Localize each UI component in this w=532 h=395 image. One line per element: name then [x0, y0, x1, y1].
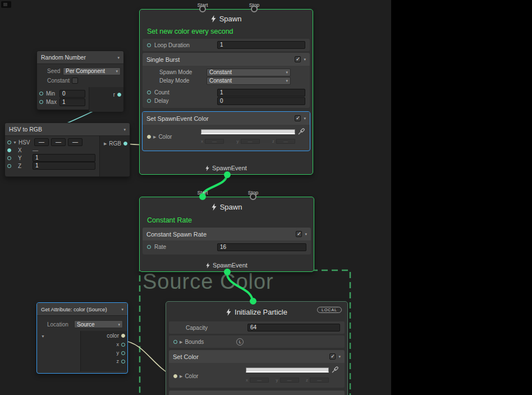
expander-icon[interactable]: ▶ — [180, 374, 182, 378]
bounds-row: ▶ Bounds L — [169, 335, 345, 348]
max-field[interactable]: 1 — [59, 98, 85, 106]
color-output-port[interactable] — [121, 334, 125, 338]
rate-field[interactable]: 16 — [217, 243, 306, 251]
node-get-attribute-color[interactable]: Get Attribute: color (Source) ▾ Location… — [36, 302, 128, 374]
constant-checkbox[interactable] — [72, 78, 78, 84]
block-enabled-checkbox[interactable]: ✓ — [296, 231, 302, 237]
y-field[interactable]: 1 — [33, 154, 95, 162]
context-title: Spawn — [220, 203, 242, 211]
rate-port[interactable] — [147, 245, 151, 249]
node-random-number[interactable]: Random Number ▾ Seed Per Component ▾ Con… — [36, 51, 124, 110]
z-output-label: z — [117, 358, 120, 364]
hsv-z-minifield[interactable]: — — [68, 138, 82, 146]
stop-flow-port[interactable] — [251, 6, 258, 12]
node-header[interactable]: HSV to RGB ▾ — [5, 123, 130, 136]
node-header[interactable]: Random Number ▾ — [37, 51, 123, 64]
eyedropper-icon[interactable] — [298, 128, 305, 135]
bounds-port[interactable] — [173, 340, 177, 344]
single-burst-block[interactable]: Single Burst ✓ ▾ Spawn Mode Constant ▾ D… — [143, 53, 310, 108]
seed-dropdown[interactable]: Per Component ▾ — [63, 67, 121, 75]
loop-duration-field[interactable]: 1 — [217, 41, 305, 49]
node-spawn-2[interactable]: Start Stop Spawn Constant Rate Constant … — [139, 197, 314, 272]
z-output-port[interactable] — [121, 360, 125, 364]
location-dropdown[interactable]: Source ▾ — [74, 320, 123, 328]
constant-spawn-rate-block[interactable]: Constant Spawn Rate ✓ ▾ Rate 16 — [143, 228, 311, 255]
delay-mode-value: Constant — [209, 78, 232, 84]
expander-icon[interactable]: ▶ — [104, 142, 107, 146]
hsv-y-minifield[interactable]: — — [51, 138, 66, 146]
space-badge[interactable]: LOCAL — [317, 307, 342, 313]
eyedropper-icon[interactable] — [332, 366, 338, 373]
context-title: Initialize Particle — [235, 308, 287, 316]
node-hsv-to-rgb[interactable]: HSV to RGB ▾ ▼ HSV — — — X — — [4, 122, 130, 177]
expander-icon[interactable]: ▼ — [41, 334, 45, 338]
expander-icon[interactable]: ▶ — [180, 340, 182, 344]
chevron-down-icon[interactable]: ▾ — [121, 307, 123, 311]
r-output-port[interactable] — [117, 93, 121, 97]
chevron-down-icon[interactable]: ▾ — [123, 128, 126, 131]
color-port[interactable] — [147, 135, 151, 139]
z-port[interactable] — [7, 164, 11, 168]
seed-label: Seed — [47, 68, 63, 74]
block-enabled-checkbox[interactable]: ✓ — [295, 56, 301, 62]
chevron-down-icon[interactable]: ▾ — [338, 355, 341, 358]
expander-icon[interactable]: ▼ — [13, 140, 17, 144]
x-label: X — [18, 147, 33, 153]
hsv-x-minifield[interactable]: — — [34, 138, 49, 146]
y-port[interactable] — [7, 156, 11, 160]
x-port[interactable] — [7, 148, 11, 152]
capacity-field[interactable]: 64 — [247, 324, 340, 332]
block-enabled-checkbox[interactable]: ✓ — [329, 353, 336, 360]
hsv-port[interactable] — [7, 140, 11, 144]
delay-field[interactable]: 0 — [217, 97, 305, 105]
spawnevent-flow-port[interactable] — [224, 171, 231, 178]
start-flow-port[interactable] — [199, 6, 206, 12]
chevron-down-icon[interactable]: ▾ — [304, 57, 306, 61]
max-port[interactable] — [39, 100, 43, 104]
block-enabled-checkbox[interactable]: ✓ — [295, 115, 301, 121]
min-field[interactable]: 0 — [59, 90, 85, 98]
loop-duration-port[interactable] — [147, 43, 151, 47]
flow-input-port[interactable] — [250, 298, 256, 305]
lightning-icon — [205, 165, 209, 171]
y-output-port[interactable] — [121, 351, 125, 355]
vfx-graph-canvas[interactable]: Source Color Random Number ▾ Seed Per Co… — [0, 0, 532, 395]
expander-icon[interactable]: ▶ — [153, 135, 156, 139]
node-initialize-particle[interactable]: LOCAL Initialize Particle Capacity 64 ▶ … — [166, 301, 348, 395]
color-port[interactable] — [173, 374, 177, 378]
color-swatch-field[interactable] — [201, 129, 295, 134]
context-note[interactable]: Set new color every second — [140, 25, 313, 37]
delay-mode-dropdown[interactable]: Constant ▾ — [207, 77, 291, 85]
max-label: Max — [46, 99, 59, 105]
z-field[interactable]: 1 — [33, 162, 95, 170]
chevron-down-icon: ▾ — [116, 69, 118, 73]
spawn-mode-dropdown[interactable]: Constant ▾ — [207, 69, 291, 76]
color-swatch-field[interactable] — [246, 367, 329, 373]
spawn-mode-value: Constant — [209, 69, 232, 75]
color-subports: x— y— z— — [201, 139, 295, 144]
subport-axis: x — [246, 378, 248, 383]
group-title[interactable]: Source Color — [143, 270, 274, 294]
next-block-partial[interactable] — [169, 391, 345, 395]
set-spawnevent-color-block[interactable]: Set SpawnEvent Color ✓ ▾ ▶ Color x— y— z… — [142, 111, 310, 151]
rgb-output-port[interactable] — [123, 142, 127, 146]
chevron-down-icon[interactable]: ▾ — [305, 232, 307, 236]
stop-flow-port[interactable] — [250, 193, 256, 200]
lightning-icon — [212, 203, 217, 211]
start-flow-port[interactable] — [199, 193, 206, 200]
x-output-label: x — [117, 342, 120, 347]
bounds-space-toggle[interactable]: L — [236, 338, 244, 346]
seed-value: Per Component — [66, 68, 105, 74]
lightning-icon — [211, 15, 216, 22]
min-port[interactable] — [39, 92, 43, 96]
context-note[interactable]: Constant Rate — [140, 214, 314, 226]
node-spawn-1[interactable]: Start Stop Spawn Set new color every sec… — [139, 9, 313, 175]
spawnevent-flow-port[interactable] — [224, 269, 231, 275]
x-output-port[interactable] — [121, 343, 125, 347]
set-color-block[interactable]: Set Color ✓ ▾ ▶ Color x— y— z— — [169, 350, 345, 388]
delay-port[interactable] — [147, 99, 151, 103]
chevron-down-icon[interactable]: ▾ — [304, 116, 306, 120]
chevron-down-icon[interactable]: ▾ — [117, 56, 120, 60]
count-field[interactable]: 1 — [217, 89, 305, 97]
count-port[interactable] — [147, 90, 151, 94]
